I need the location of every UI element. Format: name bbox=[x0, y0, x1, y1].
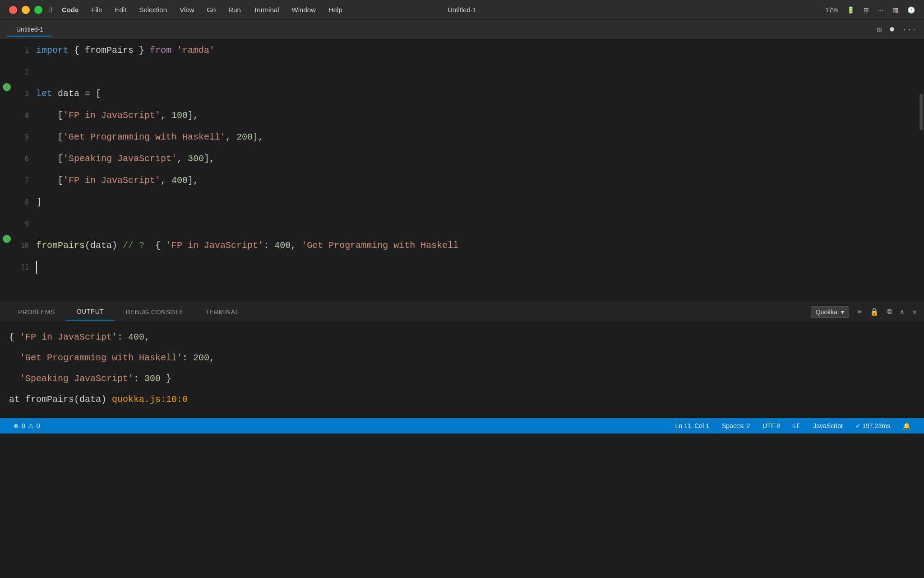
tab-debug-console[interactable]: DEBUG CONSOLE bbox=[115, 304, 194, 320]
token: ], bbox=[188, 105, 199, 126]
menu-file[interactable]: File bbox=[91, 6, 102, 14]
line-number-5: 5 bbox=[14, 126, 36, 148]
traffic-lights bbox=[9, 6, 42, 14]
copy-icon[interactable]: ⧉ bbox=[887, 308, 892, 316]
tab-problems[interactable]: PROBLEMS bbox=[7, 304, 66, 320]
token: ], bbox=[204, 148, 215, 170]
statusbar-right: Ln 11, Col 1 Spaces: 2 UTF-8 LF JavaScri… bbox=[669, 422, 917, 429]
line-number-9: 9 bbox=[14, 213, 36, 235]
warning-count-label: 0 bbox=[37, 422, 40, 429]
titlebar-left:  Code File Edit Selection View Go Run T… bbox=[9, 5, 342, 14]
control-center-icon[interactable]: ▦ bbox=[892, 6, 898, 14]
bell-icon[interactable]: 🔔 bbox=[896, 422, 917, 429]
menu-help[interactable]: Help bbox=[328, 6, 342, 14]
token: } bbox=[134, 40, 150, 61]
menu-terminal[interactable]: Terminal bbox=[254, 6, 279, 14]
tab-output[interactable]: OUTPUT bbox=[66, 303, 115, 321]
encoding-info[interactable]: UTF-8 bbox=[756, 422, 787, 429]
editor-scrollbar[interactable] bbox=[918, 40, 924, 302]
code-line-3[interactable]: let data = [ bbox=[36, 83, 101, 105]
maximize-button[interactable] bbox=[34, 6, 42, 14]
encoding-label: UTF-8 bbox=[762, 422, 781, 429]
quokka-time[interactable]: ✓ 197.23ms bbox=[849, 422, 896, 429]
table-row: 9 bbox=[0, 213, 918, 235]
menu-run[interactable]: Run bbox=[228, 6, 241, 14]
code-line-1[interactable]: import { fromPairs } from 'ramda' bbox=[36, 40, 215, 61]
token: , bbox=[161, 170, 171, 191]
menu-selection[interactable]: Selection bbox=[139, 6, 167, 14]
lock-icon[interactable]: 🔒 bbox=[870, 308, 879, 317]
scrollbar-thumb[interactable] bbox=[919, 94, 923, 130]
token: (data) bbox=[85, 235, 123, 256]
notification-bell-icon: 🔔 bbox=[903, 422, 910, 429]
output-source-select[interactable]: Quokka ▾ bbox=[811, 306, 849, 318]
token: 'Get Programming with Haskell' bbox=[63, 126, 226, 148]
token: 400 bbox=[128, 332, 144, 342]
close-panel-icon[interactable]: ✕ bbox=[912, 308, 917, 317]
code-line-10[interactable]: fromPairs (data) // ? { 'FP in JavaScrip… bbox=[36, 235, 458, 256]
menu-edit[interactable]: Edit bbox=[115, 6, 126, 14]
token: 'ramda' bbox=[177, 40, 215, 61]
token: , bbox=[144, 332, 150, 342]
code-line-7[interactable]: [ 'FP in JavaScript' , 400 ], bbox=[36, 170, 199, 191]
token: ] bbox=[36, 191, 42, 213]
more-actions-icon[interactable]: ··· bbox=[902, 25, 917, 34]
language-info[interactable]: JavaScript bbox=[807, 422, 849, 429]
breakpoint-marker-10[interactable] bbox=[3, 235, 11, 243]
code-line-6[interactable]: [ 'Speaking JavaScript' , 300 ], bbox=[36, 148, 215, 170]
error-count[interactable]: ⊗ 0 ⚠ 0 bbox=[7, 422, 46, 429]
spaces-info[interactable]: Spaces: 2 bbox=[716, 422, 756, 429]
token: 300 bbox=[188, 148, 204, 170]
token: , bbox=[161, 105, 171, 126]
eol-info[interactable]: LF bbox=[787, 422, 807, 429]
window-title: Untitled-1 bbox=[448, 6, 476, 14]
clear-output-icon[interactable]: ≡ bbox=[857, 308, 862, 316]
cursor-position[interactable]: Ln 11, Col 1 bbox=[669, 422, 716, 429]
token: fromPairs bbox=[85, 40, 134, 61]
token: , bbox=[209, 353, 215, 363]
tab-terminal[interactable]: TERMINAL bbox=[194, 304, 250, 320]
code-line-11[interactable] bbox=[36, 256, 37, 278]
token bbox=[9, 373, 20, 384]
code-line-8[interactable]: ] bbox=[36, 191, 42, 213]
close-button[interactable] bbox=[9, 6, 17, 14]
token: [ bbox=[36, 148, 63, 170]
token: , bbox=[291, 235, 301, 256]
line-number-1: 1 bbox=[14, 40, 36, 61]
table-row: 10 fromPairs (data) // ? { 'FP in JavaSc… bbox=[0, 235, 918, 256]
token: { bbox=[144, 235, 166, 256]
tabbar: Untitled-1 ⊞ ● ··· bbox=[0, 20, 924, 40]
table-row: 2 bbox=[0, 61, 918, 83]
table-row: 4 [ 'FP in JavaScript' , 100 ], bbox=[0, 105, 918, 126]
code-line-4[interactable]: [ 'FP in JavaScript' , 100 ], bbox=[36, 105, 199, 126]
line-number-11: 11 bbox=[14, 256, 36, 278]
menu-code[interactable]: Code bbox=[62, 6, 79, 14]
menu-window[interactable]: Window bbox=[292, 6, 316, 14]
editor-lines: 1 import { fromPairs } from 'ramda' 2 3 bbox=[0, 40, 918, 302]
menu-go[interactable]: Go bbox=[207, 6, 216, 14]
collapse-panel-icon[interactable]: ∧ bbox=[900, 308, 905, 317]
panel-actions: Quokka ▾ ≡ 🔒 ⧉ ∧ ✕ bbox=[811, 306, 917, 318]
code-line-5[interactable]: [ 'Get Programming with Haskell' , 200 ]… bbox=[36, 126, 263, 148]
token: // ? bbox=[123, 235, 144, 256]
panel-tabbar: PROBLEMS OUTPUT DEBUG CONSOLE TERMINAL Q… bbox=[0, 302, 924, 322]
token: [ bbox=[36, 105, 63, 126]
breakpoint-marker-3[interactable] bbox=[3, 83, 11, 91]
breakpoint-area-3 bbox=[0, 83, 14, 91]
titlebar-right: 17% 🔋 ⊞ ··· ▦ 🕐 bbox=[825, 6, 915, 14]
cursor-position-label: Ln 11, Col 1 bbox=[675, 422, 709, 429]
editor-tab[interactable]: Untitled-1 bbox=[7, 23, 52, 37]
statusbar: ⊗ 0 ⚠ 0 Ln 11, Col 1 Spaces: 2 UTF-8 LF … bbox=[0, 418, 924, 434]
line-number-8: 8 bbox=[14, 191, 36, 213]
token: [ bbox=[36, 170, 63, 191]
minimize-button[interactable] bbox=[22, 6, 30, 14]
menu-view[interactable]: View bbox=[180, 6, 194, 14]
split-editor-icon[interactable]: ⊞ bbox=[877, 25, 882, 35]
quokka-link[interactable]: quokka.js:10:0 bbox=[112, 394, 188, 405]
apple-icon[interactable]:  bbox=[50, 5, 55, 14]
token: at bbox=[9, 394, 25, 405]
table-row: 11 bbox=[0, 256, 918, 278]
token: 300 bbox=[144, 373, 161, 384]
token: from bbox=[150, 40, 171, 61]
token: , bbox=[177, 148, 188, 170]
